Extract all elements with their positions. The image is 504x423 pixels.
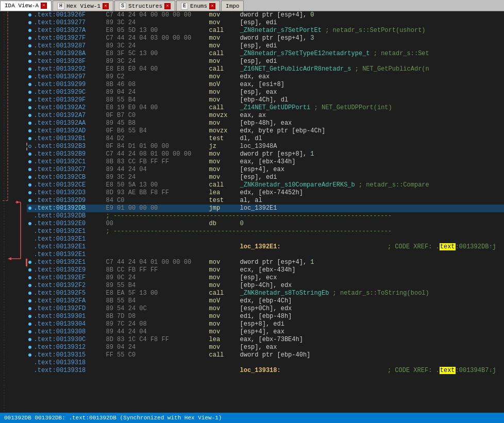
address-cell: .text:001392C7 bbox=[33, 166, 105, 174]
table-row[interactable]: .text:001392EF 89 0C 24 mov [esp], ecx bbox=[27, 274, 505, 282]
table-row[interactable]: .text:0013929F 88 55 B4 mov [ebp-4Ch], d… bbox=[27, 96, 505, 104]
table-row[interactable]: .text:0013929C 89 04 24 mov [esp], eax bbox=[27, 89, 505, 96]
enums-icon: E bbox=[181, 3, 188, 10]
address-cell: .text:001392D9 bbox=[33, 197, 105, 205]
table-row[interactable]: .text:001392C1 8B 83 CC FB FF FF mov eax… bbox=[27, 158, 505, 166]
operands-cell: 0 bbox=[239, 220, 505, 228]
table-row[interactable]: .text:001392E1 C7 44 24 04 01 00 00 00 m… bbox=[27, 259, 505, 266]
table-row[interactable]: .text:001392A2 E8 19 E0 04 00 call _Z14N… bbox=[27, 104, 505, 112]
bytes-cell: 88 55 B4 bbox=[105, 96, 208, 104]
table-row[interactable]: .text:001392DB E9 01 00 00 00 jmp loc_13… bbox=[27, 205, 505, 212]
table-row[interactable]: .text:00139304 89 7C 24 08 mov [esp+8], … bbox=[27, 320, 505, 328]
code-content[interactable]: .text:0013926F C7 44 24 04 00 00 00 00 m… bbox=[26, 11, 504, 413]
ida-view-a-label: IDA View-A bbox=[5, 3, 39, 9]
table-row[interactable]: .text:00139287 89 3C 24 mov [esp], edi bbox=[27, 42, 505, 50]
address-cell: .text:0013929F bbox=[33, 96, 105, 104]
operands-cell: [esp+4], eax bbox=[239, 166, 505, 174]
table-row[interactable]: .text:0013928A E8 3F 5C 13 00 call _ZN8n… bbox=[27, 50, 505, 58]
address-cell: .text:0013927A bbox=[33, 27, 105, 35]
tab-close-hex-view[interactable]: × bbox=[103, 3, 109, 9]
bytes-cell: C7 44 24 04 03 00 00 00 bbox=[105, 35, 208, 42]
breakpoint-dot bbox=[28, 276, 31, 279]
mnemonic-cell: jmp bbox=[208, 205, 239, 212]
table-row[interactable]: .text:00139315 FF 55 C0 call dword ptr [… bbox=[27, 351, 505, 359]
bytes-cell: 89 C2 bbox=[105, 73, 208, 81]
mnemonic-cell: movzx bbox=[208, 112, 239, 120]
xref-cell: loc_1392E1: ; CODE XREF: .text:001392DB↑… bbox=[239, 243, 505, 251]
bytes-cell: 89 44 24 04 bbox=[105, 166, 208, 174]
address-cell: .text:001392AD bbox=[33, 127, 105, 135]
mnemonic-cell: mov bbox=[208, 166, 239, 174]
breakpoint-dot bbox=[28, 346, 31, 349]
mnemonic-cell: call bbox=[208, 181, 239, 189]
breakpoint-dot bbox=[28, 199, 31, 202]
table-row[interactable]: .text:001392D9 84 C0 test al, al bbox=[27, 197, 505, 205]
tab-imports[interactable]: Impo bbox=[221, 1, 244, 11]
table-row[interactable]: .text:001392CE E8 50 5A 13 00 call _ZNK8… bbox=[27, 181, 505, 189]
table-row[interactable]: .text:001392B1 84 D2 test dl, dl bbox=[27, 135, 505, 143]
mnemonic-cell: mov bbox=[208, 328, 239, 336]
table-row[interactable]: .text:0013928F 89 3C 24 mov [esp], edi bbox=[27, 58, 505, 65]
tab-enums[interactable]: E Enums × bbox=[176, 1, 220, 11]
table-row[interactable]: .text:00139277 89 3C 24 mov [esp], edi bbox=[27, 19, 505, 27]
table-row[interactable]: .text:001392F2 89 55 B4 mov [ebp-4Ch], e… bbox=[27, 282, 505, 290]
table-row[interactable]: .text:0013927F C7 44 24 04 03 00 00 00 m… bbox=[27, 35, 505, 42]
address-cell: .text:0013929C bbox=[33, 89, 105, 96]
tab-ida-view-a[interactable]: IDA View-A × bbox=[0, 1, 52, 11]
breakpoint-dot bbox=[28, 307, 31, 310]
address-cell: .text:00139292 bbox=[33, 65, 105, 73]
table-row[interactable]: .text:00139299 8B 46 08 moV eax, [esi+8] bbox=[27, 81, 505, 89]
breakpoint-dot bbox=[28, 191, 31, 194]
breakpoint-dot bbox=[28, 338, 31, 341]
table-row[interactable]: .text:001392FD 89 54 24 0C mov [esp+0Ch]… bbox=[27, 305, 505, 313]
table-row[interactable]: .text:001392AD 0F B6 55 B4 movzx edx, by… bbox=[27, 127, 505, 135]
bytes-cell: 00 bbox=[105, 220, 208, 228]
code-view[interactable]: .text:0013926F C7 44 24 04 00 00 00 00 m… bbox=[0, 11, 504, 413]
breakpoint-dot bbox=[28, 168, 31, 171]
operands-cell: [esp], edi bbox=[239, 19, 505, 27]
table-row[interactable]: .text:0013927A E8 05 5D 13 00 call _ZN8n… bbox=[27, 27, 505, 35]
table-row[interactable]: .text:00139301 8B 7D D8 mov edi, [ebp-48… bbox=[27, 313, 505, 320]
table-row[interactable]: .text:001392A7 0F B7 C0 movzx eax, ax bbox=[27, 112, 505, 120]
mnemonic-cell: test bbox=[208, 135, 239, 143]
status-text: 001392DB 001392DB: .text:001392DB (Synch… bbox=[4, 415, 222, 421]
table-row[interactable]: .text:001392D3 8D 93 AE BB F8 FF lea edx… bbox=[27, 189, 505, 197]
address-cell: .text:001392B9 bbox=[33, 150, 105, 158]
table-row[interactable]: .text:00139308 89 44 24 04 mov [esp+4], … bbox=[27, 328, 505, 336]
bytes-cell: 89 3C 24 bbox=[105, 42, 208, 50]
breakpoint-dot bbox=[28, 44, 31, 47]
address-cell: .text:001392C1 bbox=[33, 158, 105, 166]
table-row[interactable]: .text:0013930C 8D 83 1C C4 F8 FF lea eax… bbox=[27, 336, 505, 344]
breakpoint-dot bbox=[28, 153, 31, 156]
table-row[interactable]: .text:001392B9 C7 44 24 08 01 00 00 00 m… bbox=[27, 150, 505, 158]
operands-cell: [esp+4], eax bbox=[239, 328, 505, 336]
tab-structures[interactable]: S Structures × bbox=[114, 1, 175, 11]
mnemonic-cell: call bbox=[208, 50, 239, 58]
structures-label: Structures bbox=[128, 3, 162, 9]
table-row[interactable]: .text:001392C7 89 44 24 04 mov [esp+4], … bbox=[27, 166, 505, 174]
bytes-cell: 89 55 B4 bbox=[105, 282, 208, 290]
table-row[interactable]: .text:001392AA 89 45 B8 mov [ebp-48h], e… bbox=[27, 120, 505, 127]
tab-close-ida-view-a[interactable]: × bbox=[41, 3, 47, 9]
table-row[interactable]: .text:00139297 89 C2 mov edx, eax bbox=[27, 73, 505, 81]
table-row[interactable]: .text:001392FA 8B 55 B4 moV edx, [ebp-4C… bbox=[27, 297, 505, 305]
breakpoint-dot bbox=[28, 122, 31, 125]
address-cell: .text:00139277 bbox=[33, 19, 105, 27]
operands-cell: _Z16NET_GetPublicAdrR8netadr_s ; NET_Get… bbox=[239, 65, 505, 73]
tab-close-structures[interactable]: × bbox=[164, 3, 171, 9]
table-row[interactable]: .text:001392F5 E8 EA 5F 13 00 call _ZNK8… bbox=[27, 290, 505, 297]
operands-cell: ecx, [ebx-434h] bbox=[239, 266, 505, 274]
table-row[interactable]: .text:00139292 E8 E8 E0 04 00 call _Z16N… bbox=[27, 65, 505, 73]
tab-hex-view-1[interactable]: H Hex View-1 × bbox=[53, 1, 113, 11]
status-bar: 001392DB 001392DB: .text:001392DB (Synch… bbox=[0, 413, 504, 423]
table-row[interactable]: .text:001392B3 0F 84 D1 01 00 00 jz loc_… bbox=[27, 143, 505, 150]
address-cell: .text:00139287 bbox=[33, 42, 105, 50]
table-row[interactable]: .text:001392E9 8B CC FB FF FF mov ecx, [… bbox=[27, 266, 505, 274]
bytes-cell: E8 50 5A 13 00 bbox=[105, 181, 208, 189]
table-row[interactable]: .text:00139312 89 04 24 mov [esp], eax bbox=[27, 344, 505, 351]
tab-close-enums[interactable]: × bbox=[209, 3, 215, 9]
table-row[interactable]: .text:001392E0 00 db 0 bbox=[27, 220, 505, 228]
table-row[interactable]: .text:0013926F C7 44 24 04 00 00 00 00 m… bbox=[27, 11, 505, 19]
table-row[interactable]: .text:001392CB 89 3C 24 mov [esp], edi bbox=[27, 174, 505, 181]
address-cell: .text:001392DB bbox=[33, 205, 105, 212]
